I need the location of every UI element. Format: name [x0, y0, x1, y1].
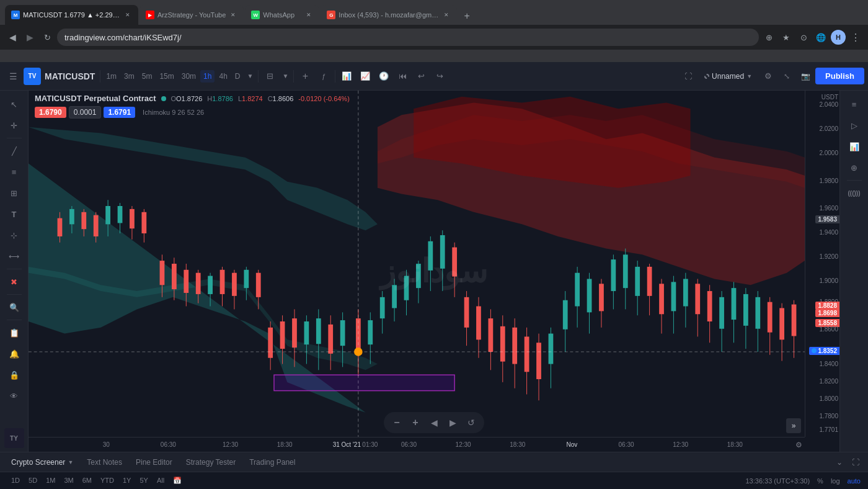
period-5y[interactable]: 5Y: [136, 475, 151, 486]
sidebar-line-tool[interactable]: ╱: [4, 141, 24, 161]
nav-next-btn[interactable]: ▶: [445, 415, 461, 431]
fast-forward-btn[interactable]: »: [786, 418, 801, 433]
browser-extension-4[interactable]: 🌐: [813, 30, 828, 45]
nav-reset-btn[interactable]: ↺: [463, 415, 479, 431]
period-1m[interactable]: 1M: [42, 475, 59, 486]
right-sidebar-icon-3[interactable]: 📊: [844, 137, 864, 156]
expand-layout-btn[interactable]: ⤡: [778, 68, 795, 85]
bottom-collapse-btn[interactable]: ⌄: [832, 455, 847, 470]
fullscreen-btn[interactable]: ⛶: [680, 68, 697, 85]
timeframe-4h[interactable]: 4h: [216, 70, 230, 83]
sidebar-text-tool[interactable]: T: [4, 204, 24, 224]
bottom-expand-btn[interactable]: ⛶: [848, 455, 863, 470]
period-1y[interactable]: 1Y: [119, 475, 135, 486]
new-tab-button[interactable]: +: [458, 7, 476, 25]
status-log[interactable]: log: [831, 477, 840, 485]
sidebar-cursor-tool[interactable]: ↖: [4, 94, 24, 114]
period-1d[interactable]: 1D: [7, 475, 24, 486]
sidebar-eraser-tool[interactable]: ✖: [4, 272, 24, 292]
sidebar-eye-btn[interactable]: 👁: [4, 386, 24, 406]
bottom-tab-screener[interactable]: Crypto Screener ▼: [5, 455, 79, 469]
status-auto[interactable]: auto: [848, 477, 861, 485]
price-box-1: 1.6790: [35, 107, 66, 118]
timeframe-15m[interactable]: 15m: [156, 70, 177, 83]
bar-style-dropdown[interactable]: ▼: [280, 71, 291, 81]
nav-prev-btn[interactable]: ◀: [426, 415, 442, 431]
snapshot-btn[interactable]: 📷: [797, 68, 814, 85]
sidebar-crosshair-tool[interactable]: ✛: [4, 115, 24, 135]
zoom-in-btn[interactable]: +: [407, 415, 423, 431]
forward-nav-button[interactable]: ▶: [22, 30, 37, 45]
sidebar-measure-tool[interactable]: ⟷: [4, 246, 24, 266]
period-6m[interactable]: 6M: [79, 475, 95, 486]
timeframe-dropdown[interactable]: ▼: [245, 71, 256, 81]
tab-close-tv[interactable]: ✕: [123, 11, 132, 19]
toolbar-separator-3: [293, 70, 294, 83]
period-ytd[interactable]: YTD: [97, 475, 118, 486]
sidebar-zoom-btn[interactable]: 🔍: [4, 297, 24, 317]
add-indicator-btn[interactable]: +: [296, 68, 314, 85]
right-sidebar-icon-5[interactable]: ((())): [844, 183, 864, 203]
line-chart-btn[interactable]: 📈: [356, 68, 374, 85]
toolbar-settings-btn[interactable]: ⚙: [760, 68, 777, 85]
sidebar-watchlist-btn[interactable]: 📋: [4, 323, 24, 343]
tab-whatsapp[interactable]: W WhatsApp ✕: [245, 5, 319, 25]
clock-btn[interactable]: 🕐: [375, 68, 392, 85]
sidebar-alert-btn[interactable]: 🔔: [4, 344, 24, 364]
bottom-tab-tradingpanel[interactable]: Trading Panel: [243, 455, 301, 469]
right-sidebar-icon-4[interactable]: ⊕: [844, 158, 864, 177]
time-axis-settings[interactable]: ⚙: [795, 441, 802, 449]
timeframe-1m[interactable]: 1m: [103, 70, 120, 83]
back-nav-button[interactable]: ◀: [5, 30, 20, 45]
calendar-btn[interactable]: 📅: [169, 475, 185, 486]
svg-rect-105: [695, 284, 700, 314]
tab-youtube[interactable]: ▶ ArzStrategy - YouTube ✕: [140, 5, 244, 25]
browser-extension-1[interactable]: ⊕: [761, 30, 776, 45]
address-bar[interactable]: tradingview.com/chart/iKSEwd7j/: [57, 29, 759, 46]
timeframe-30m[interactable]: 30m: [179, 70, 199, 83]
sidebar-anchor-tool[interactable]: ⊹: [4, 225, 24, 245]
period-all[interactable]: All: [153, 475, 168, 486]
browser-menu[interactable]: ⋮: [848, 30, 863, 45]
period-3m[interactable]: 3M: [60, 475, 77, 486]
zoom-out-btn[interactable]: −: [389, 415, 405, 431]
sidebar-lock-btn[interactable]: 🔒: [4, 365, 24, 385]
tab-close-yt[interactable]: ✕: [229, 11, 237, 19]
bottom-tab-textnotes[interactable]: Text Notes: [81, 455, 128, 469]
tv-symbol-label[interactable]: MATICUSDT: [45, 71, 95, 81]
browser-profile[interactable]: H: [831, 30, 846, 45]
timeframe-1h[interactable]: 1h: [200, 70, 215, 83]
publish-button[interactable]: Publish: [815, 68, 864, 84]
replay-btn[interactable]: ⏮: [394, 68, 411, 85]
browser-extension-3[interactable]: ⊙: [796, 30, 811, 45]
indicator-btn[interactable]: ƒ: [315, 68, 332, 85]
undo-btn[interactable]: ↩: [412, 68, 430, 85]
svg-rect-89: [599, 284, 604, 311]
reload-button[interactable]: ↻: [40, 30, 55, 45]
bar-chart-btn[interactable]: 📊: [338, 68, 355, 85]
right-sidebar-icon-1[interactable]: ≡: [844, 94, 864, 114]
timeframe-5m[interactable]: 5m: [139, 70, 156, 83]
timeframe-D[interactable]: D: [232, 70, 244, 83]
timeframe-3m[interactable]: 3m: [121, 70, 138, 83]
tab-close-wa[interactable]: ✕: [304, 11, 313, 19]
svg-rect-1: [58, 218, 63, 236]
right-sidebar-icon-2[interactable]: ▷: [844, 115, 864, 135]
time-1830-3: 18:30: [727, 441, 743, 448]
browser-extension-2[interactable]: ★: [779, 30, 794, 45]
period-5d[interactable]: 5D: [25, 475, 41, 486]
svg-rect-9: [105, 206, 110, 224]
tab-gmail[interactable]: G Inbox (4,593) - h.mozafar@gmai... ✕: [321, 5, 457, 25]
tv-menu-button[interactable]: ☰: [4, 67, 22, 86]
tab-tradingview[interactable]: M MATICUSDT 1.6779 ▲ +2.29% U... ✕: [5, 5, 138, 25]
redo-btn[interactable]: ↪: [431, 68, 448, 85]
bottom-tab-strategytester[interactable]: Strategy Tester: [180, 455, 242, 469]
sidebar-shapes-tool[interactable]: ⊞: [4, 183, 24, 203]
bottom-tab-pineeditor[interactable]: Pine Editor: [130, 455, 179, 469]
price-boxes: 1.6790 0.0001 1.6791 Ichimoku 9 26 52 26: [29, 106, 839, 121]
sidebar-horizontal-tool[interactable]: ≡: [4, 162, 24, 182]
unnamed-label-btn[interactable]: Unnamed ▼: [698, 70, 758, 83]
tab-close-gmail[interactable]: ✕: [442, 11, 451, 19]
screener-dropdown[interactable]: ▼: [68, 459, 73, 465]
bar-style-btn[interactable]: ⊟: [261, 68, 278, 85]
